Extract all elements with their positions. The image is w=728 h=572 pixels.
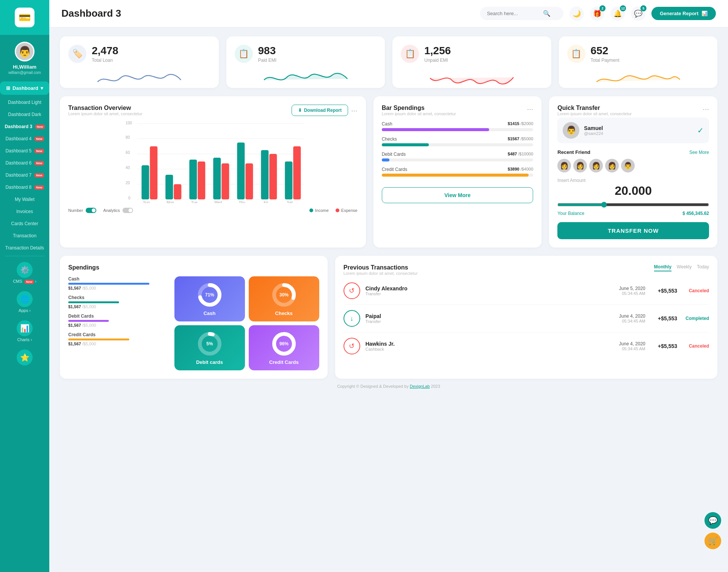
sidebar-user: 👨 Hi,William william@gmail.com bbox=[8, 35, 41, 78]
transfer-handle: @sam224 bbox=[584, 131, 603, 136]
bar-item-cash: Cash $1415 /$2000 bbox=[382, 121, 533, 131]
total-loan-wave bbox=[68, 67, 210, 88]
bar-item-credit: Credit Cards $3890 /$4000 bbox=[382, 167, 533, 177]
float-support-btn[interactable]: 💬 bbox=[704, 512, 721, 529]
total-payment-value: 652 bbox=[591, 45, 620, 57]
number-toggle[interactable] bbox=[86, 208, 96, 213]
float-cart-btn[interactable]: 🛒 bbox=[704, 533, 721, 549]
sidebar-item-cards[interactable]: Cards Center bbox=[0, 218, 49, 230]
sidebar-item-cms[interactable]: ⚙️ CMS New › bbox=[13, 258, 36, 287]
donut-card-credit: 96% Credit Cards bbox=[249, 325, 319, 370]
sidebar-item-apps[interactable]: 🌐 Apps › bbox=[17, 287, 33, 317]
unpaid-emi-label: Unpaid EMI bbox=[424, 58, 451, 63]
sidebar-item-wallet[interactable]: My Wallet bbox=[0, 193, 49, 205]
spendings-title: Spendings bbox=[68, 264, 319, 271]
svg-text:Sun: Sun bbox=[143, 201, 150, 203]
transaction-overview-card: Transaction Overview Lorem ipsum dolor s… bbox=[60, 96, 366, 248]
quick-transfer-more-btn[interactable]: ··· bbox=[703, 105, 709, 113]
donut-checks-label: Checks bbox=[275, 310, 293, 316]
avatar: 👨 bbox=[15, 42, 35, 61]
svg-text:Sat: Sat bbox=[287, 201, 293, 203]
donut-credit-label: Credit Cards bbox=[269, 359, 299, 365]
generate-report-label: Generate Report bbox=[660, 11, 698, 16]
svg-text:60: 60 bbox=[126, 150, 130, 155]
bell-btn[interactable]: 🔔 12 bbox=[610, 6, 625, 21]
sidebar-item-dashboard-3[interactable]: Dashboard 3 New bbox=[0, 121, 49, 133]
debit-amounts: $487 /$10000 bbox=[508, 152, 533, 157]
spending-debit-label: Debit Cards bbox=[68, 313, 170, 319]
sidebar-item-charts[interactable]: 📊 Charts › bbox=[17, 317, 33, 346]
search-input[interactable] bbox=[487, 11, 540, 16]
bar-spendings-more-btn[interactable]: ··· bbox=[527, 105, 533, 113]
nav-label: Dashboard 3 bbox=[5, 124, 32, 129]
search-box[interactable]: 🔍 bbox=[480, 7, 563, 20]
sidebar-item-dashboard-dark[interactable]: Dashboard Dark bbox=[0, 108, 49, 121]
footer-link[interactable]: DexignLab bbox=[410, 384, 430, 389]
sidebar-item-invoices[interactable]: Invoices bbox=[0, 205, 49, 218]
charts-label: Charts › bbox=[17, 337, 32, 342]
tab-monthly[interactable]: Monthly bbox=[654, 264, 672, 271]
analytics-toggle[interactable] bbox=[122, 208, 133, 213]
friend-avatar[interactable]: 👨 bbox=[621, 159, 635, 172]
donut-card-debit: 5% Debit cards bbox=[174, 325, 245, 370]
sidebar-item-dashboard-6[interactable]: Dashboard 6 New bbox=[0, 157, 49, 169]
transaction-more-btn[interactable]: ··· bbox=[351, 106, 358, 115]
sidebar-item-dashboard-8[interactable]: Dashboard 8 New bbox=[0, 181, 49, 193]
header: Dashboard 3 🔍 🌙 🎁 2 🔔 12 💬 5 Generate Re… bbox=[49, 0, 728, 27]
sidebar-item-transaction-details[interactable]: Transaction Details bbox=[0, 242, 49, 254]
gift-btn[interactable]: 🎁 2 bbox=[590, 6, 604, 21]
view-more-button[interactable]: View More bbox=[382, 187, 533, 203]
sidebar-item-dashboard-7[interactable]: Dashboard 7 New bbox=[0, 169, 49, 181]
svg-rect-31 bbox=[269, 154, 277, 199]
balance-amount: $ 456,345.62 bbox=[682, 211, 709, 216]
logo-icon: 💳 bbox=[15, 8, 35, 27]
username: Hi,William bbox=[13, 64, 36, 70]
chat-btn[interactable]: 💬 5 bbox=[631, 6, 645, 21]
tx-item-hawkins: ↺ Hawkins Jr. Cashback June 4, 2020 05:3… bbox=[344, 332, 709, 360]
paid-emi-wave bbox=[235, 67, 377, 88]
tx-name-paipal: Paipal bbox=[366, 313, 381, 319]
apps-label: Apps › bbox=[19, 308, 31, 313]
download-report-button[interactable]: ⬇ Download Report bbox=[292, 105, 348, 116]
sidebar-item-dashboard-light[interactable]: Dashboard Light bbox=[0, 96, 49, 108]
svg-text:Tue: Tue bbox=[191, 201, 198, 203]
sidebar-item-transaction[interactable]: Transaction bbox=[0, 230, 49, 242]
tx-date-hawkins: June 4, 2020 05:34:45 AM bbox=[615, 341, 645, 351]
dashboard-dropdown-btn[interactable]: ⊞ Dashboard ▾ bbox=[0, 81, 49, 95]
friend-avatar[interactable]: 👩 bbox=[557, 159, 571, 172]
transfer-now-button[interactable]: TRANSFER NOW bbox=[557, 222, 709, 239]
transaction-overview-title: Transaction Overview bbox=[68, 105, 143, 111]
star-icon: ⭐ bbox=[17, 349, 33, 365]
new-badge: New bbox=[35, 137, 44, 141]
see-more-link[interactable]: See More bbox=[689, 150, 709, 155]
amount-slider[interactable] bbox=[557, 202, 709, 208]
spending-credit: Credit Cards $1,567 /$5,000 bbox=[68, 332, 170, 346]
tx-amount-paipal: +$5,553 bbox=[651, 315, 677, 321]
legend-expense: Expense bbox=[336, 208, 358, 213]
unpaid-emi-wave bbox=[401, 67, 543, 88]
credit-label: Credit Cards bbox=[382, 167, 407, 172]
generate-report-button[interactable]: Generate Report 📊 bbox=[651, 7, 716, 20]
friend-avatar[interactable]: 👩 bbox=[589, 159, 603, 172]
sidebar-item-favorites[interactable]: ⭐ bbox=[17, 346, 33, 370]
page-title: Dashboard 3 bbox=[61, 8, 474, 19]
tab-today[interactable]: Today bbox=[697, 264, 709, 271]
donut-card-checks: 30% Checks bbox=[249, 276, 319, 321]
svg-text:0: 0 bbox=[128, 196, 130, 200]
svg-text:Thu: Thu bbox=[239, 201, 245, 203]
dashboard-btn-label: Dashboard bbox=[13, 85, 38, 91]
tab-weekly[interactable]: Weekly bbox=[677, 264, 692, 271]
recent-friend-label: Recent Friend bbox=[557, 149, 590, 155]
donut-debit-label: Debit cards bbox=[196, 359, 223, 365]
nav-label: Dashboard Dark bbox=[8, 112, 41, 117]
svg-text:5%: 5% bbox=[206, 341, 213, 346]
friend-avatar[interactable]: 👩 bbox=[605, 159, 619, 172]
checks-amounts: $1567 /$5000 bbox=[508, 136, 533, 142]
sidebar-item-dashboard-4[interactable]: Dashboard 4 New bbox=[0, 133, 49, 145]
friend-avatar[interactable]: 👩 bbox=[573, 159, 587, 172]
sidebar-item-dashboard-5[interactable]: Dashboard 5 New bbox=[0, 145, 49, 157]
svg-rect-22 bbox=[213, 158, 221, 199]
tx-name-cindy: Cindy Alexandro bbox=[366, 285, 408, 291]
nav-label: Invoices bbox=[16, 209, 33, 214]
moon-btn[interactable]: 🌙 bbox=[570, 6, 584, 21]
